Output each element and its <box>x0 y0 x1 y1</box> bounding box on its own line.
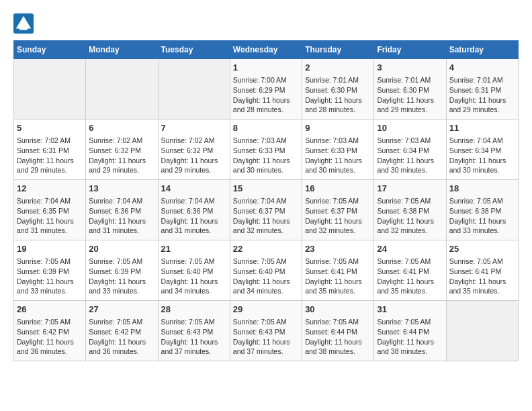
sunrise-text: Sunrise: 7:04 AM <box>161 196 227 206</box>
calendar-cell: 27Sunrise: 7:05 AMSunset: 6:42 PMDayligh… <box>86 301 158 361</box>
daylight-text: Daylight: 11 hours and 38 minutes. <box>377 337 443 357</box>
day-number: 14 <box>161 183 227 195</box>
day-number: 13 <box>89 183 154 195</box>
daylight-text: Daylight: 11 hours and 37 minutes. <box>161 337 227 357</box>
day-number: 30 <box>305 304 371 316</box>
calendar-week-row: 26Sunrise: 7:05 AMSunset: 6:42 PMDayligh… <box>14 301 519 361</box>
weekday-header-saturday: Saturday <box>446 41 518 59</box>
sunrise-text: Sunrise: 7:04 AM <box>233 196 299 206</box>
calendar-cell: 10Sunrise: 7:03 AMSunset: 6:34 PMDayligh… <box>374 120 446 180</box>
sunset-text: Sunset: 6:41 PM <box>449 267 515 277</box>
sunset-text: Sunset: 6:31 PM <box>17 146 83 156</box>
calendar-week-row: 1Sunrise: 7:00 AMSunset: 6:29 PMDaylight… <box>14 59 519 120</box>
daylight-text: Daylight: 11 hours and 35 minutes. <box>449 277 515 296</box>
daylight-text: Daylight: 11 hours and 30 minutes. <box>233 156 299 175</box>
calendar-cell: 9Sunrise: 7:03 AMSunset: 6:33 PMDaylight… <box>302 120 374 180</box>
day-number: 27 <box>89 304 154 316</box>
sunrise-text: Sunrise: 7:04 AM <box>17 196 83 206</box>
sunrise-text: Sunrise: 7:05 AM <box>305 317 371 327</box>
sunset-text: Sunset: 6:34 PM <box>449 146 515 156</box>
daylight-text: Daylight: 11 hours and 35 minutes. <box>377 277 443 296</box>
sunrise-text: Sunrise: 7:05 AM <box>305 257 371 267</box>
sunset-text: Sunset: 6:36 PM <box>89 206 154 216</box>
sunset-text: Sunset: 6:39 PM <box>17 267 83 277</box>
daylight-text: Daylight: 11 hours and 28 minutes. <box>233 95 299 115</box>
sunrise-text: Sunrise: 7:03 AM <box>233 136 299 146</box>
sunset-text: Sunset: 6:43 PM <box>161 327 227 337</box>
sunrise-text: Sunrise: 7:05 AM <box>233 257 299 267</box>
sunrise-text: Sunrise: 7:05 AM <box>89 257 154 267</box>
weekday-header-wednesday: Wednesday <box>230 41 302 59</box>
daylight-text: Daylight: 11 hours and 30 minutes. <box>377 156 443 175</box>
calendar-cell: 13Sunrise: 7:04 AMSunset: 6:36 PMDayligh… <box>86 180 158 240</box>
sunrise-text: Sunrise: 7:05 AM <box>449 257 515 267</box>
daylight-text: Daylight: 11 hours and 35 minutes. <box>305 277 371 296</box>
calendar-cell: 25Sunrise: 7:05 AMSunset: 6:41 PMDayligh… <box>446 240 518 301</box>
sunrise-text: Sunrise: 7:02 AM <box>89 136 154 146</box>
daylight-text: Daylight: 11 hours and 31 minutes. <box>89 216 154 236</box>
sunrise-text: Sunrise: 7:05 AM <box>161 257 227 267</box>
sunrise-text: Sunrise: 7:05 AM <box>89 317 154 327</box>
sunrise-text: Sunrise: 7:05 AM <box>17 317 83 327</box>
day-number: 12 <box>17 183 83 195</box>
day-number: 24 <box>377 243 443 255</box>
calendar-week-row: 12Sunrise: 7:04 AMSunset: 6:35 PMDayligh… <box>14 180 519 240</box>
sunrise-text: Sunrise: 7:02 AM <box>17 136 83 146</box>
calendar-cell: 23Sunrise: 7:05 AMSunset: 6:41 PMDayligh… <box>302 240 374 301</box>
daylight-text: Daylight: 11 hours and 29 minutes. <box>89 156 154 175</box>
sunrise-text: Sunrise: 7:05 AM <box>377 317 443 327</box>
day-number: 1 <box>233 62 299 74</box>
daylight-text: Daylight: 11 hours and 37 minutes. <box>233 337 299 357</box>
calendar-cell: 3Sunrise: 7:01 AMSunset: 6:30 PMDaylight… <box>374 59 446 120</box>
calendar-week-row: 5Sunrise: 7:02 AMSunset: 6:31 PMDaylight… <box>14 120 519 180</box>
calendar-cell: 1Sunrise: 7:00 AMSunset: 6:29 PMDaylight… <box>230 59 302 120</box>
daylight-text: Daylight: 11 hours and 34 minutes. <box>233 277 299 296</box>
sunset-text: Sunset: 6:37 PM <box>305 206 371 216</box>
logo-icon <box>13 13 34 34</box>
calendar-cell: 4Sunrise: 7:01 AMSunset: 6:31 PMDaylight… <box>446 59 518 120</box>
day-number: 23 <box>305 243 371 255</box>
sunset-text: Sunset: 6:30 PM <box>377 85 443 95</box>
sunset-text: Sunset: 6:31 PM <box>449 85 515 95</box>
calendar-cell: 14Sunrise: 7:04 AMSunset: 6:36 PMDayligh… <box>158 180 230 240</box>
sunset-text: Sunset: 6:29 PM <box>233 85 299 95</box>
daylight-text: Daylight: 11 hours and 28 minutes. <box>305 95 371 115</box>
sunset-text: Sunset: 6:35 PM <box>17 206 83 216</box>
daylight-text: Daylight: 11 hours and 29 minutes. <box>161 156 227 175</box>
sunrise-text: Sunrise: 7:04 AM <box>449 136 515 146</box>
sunset-text: Sunset: 6:32 PM <box>161 146 227 156</box>
day-number: 7 <box>161 122 227 134</box>
calendar-cell: 16Sunrise: 7:05 AMSunset: 6:37 PMDayligh… <box>302 180 374 240</box>
svg-rect-2 <box>19 28 28 30</box>
day-number: 22 <box>233 243 299 255</box>
calendar-cell: 8Sunrise: 7:03 AMSunset: 6:33 PMDaylight… <box>230 120 302 180</box>
calendar-cell <box>86 59 158 120</box>
day-number: 3 <box>377 62 443 74</box>
sunset-text: Sunset: 6:33 PM <box>233 146 299 156</box>
sunset-text: Sunset: 6:34 PM <box>377 146 443 156</box>
sunset-text: Sunset: 6:44 PM <box>377 327 443 337</box>
daylight-text: Daylight: 11 hours and 31 minutes. <box>161 216 227 236</box>
sunset-text: Sunset: 6:40 PM <box>233 267 299 277</box>
sunrise-text: Sunrise: 7:05 AM <box>17 257 83 267</box>
sunrise-text: Sunrise: 7:01 AM <box>449 75 515 85</box>
weekday-row: SundayMondayTuesdayWednesdayThursdayFrid… <box>14 41 519 59</box>
calendar-cell: 11Sunrise: 7:04 AMSunset: 6:34 PMDayligh… <box>446 120 518 180</box>
daylight-text: Daylight: 11 hours and 38 minutes. <box>305 337 371 357</box>
sunrise-text: Sunrise: 7:05 AM <box>233 317 299 327</box>
day-number: 26 <box>17 304 83 316</box>
calendar-cell: 19Sunrise: 7:05 AMSunset: 6:39 PMDayligh… <box>14 240 86 301</box>
day-number: 10 <box>377 122 443 134</box>
day-number: 18 <box>449 183 515 195</box>
page-header <box>13 13 519 34</box>
daylight-text: Daylight: 11 hours and 30 minutes. <box>305 156 371 175</box>
day-number: 19 <box>17 243 83 255</box>
sunrise-text: Sunrise: 7:05 AM <box>377 257 443 267</box>
sunset-text: Sunset: 6:44 PM <box>305 327 371 337</box>
sunset-text: Sunset: 6:38 PM <box>377 206 443 216</box>
sunset-text: Sunset: 6:30 PM <box>305 85 371 95</box>
sunrise-text: Sunrise: 7:03 AM <box>377 136 443 146</box>
sunset-text: Sunset: 6:43 PM <box>233 327 299 337</box>
weekday-header-friday: Friday <box>374 41 446 59</box>
day-number: 21 <box>161 243 227 255</box>
